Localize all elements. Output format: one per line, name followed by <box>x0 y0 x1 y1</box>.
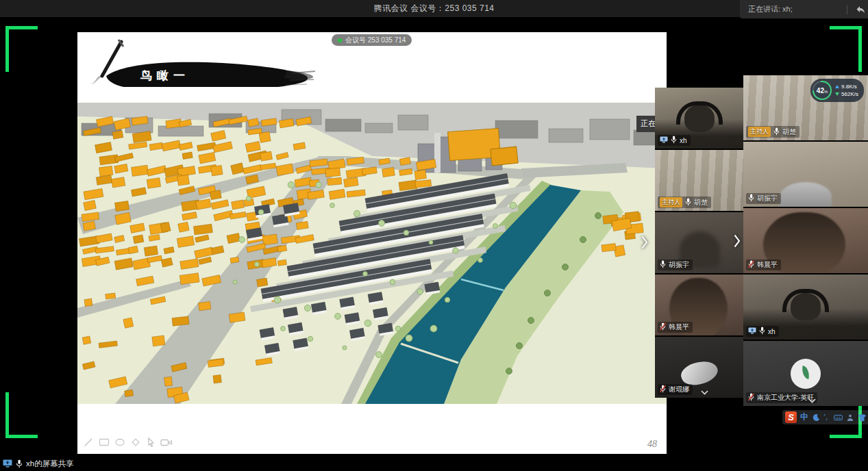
participant-name: 胡楚 <box>782 127 796 137</box>
video-tile[interactable]: 韩晨平 <box>743 208 868 273</box>
participant-name: 胡振宇 <box>669 260 689 270</box>
moon-icon[interactable] <box>812 413 820 422</box>
green-dot-icon <box>338 38 342 42</box>
punctuation-icon[interactable]: ’, <box>823 413 830 422</box>
participant-label: 谢琨娜 <box>658 384 693 395</box>
video-tile[interactable]: 韩晨平 <box>655 275 743 335</box>
recording-corner-bracket <box>5 392 38 438</box>
video-tile[interactable]: 主持人 胡楚 <box>655 150 743 211</box>
skin-tshirt-icon[interactable] <box>858 413 867 422</box>
mic-icon <box>759 327 765 336</box>
divider <box>847 5 847 14</box>
shared-screen: 会议号 253 035 714 鸟瞰一 48 <box>77 32 667 454</box>
mic-icon <box>748 194 754 203</box>
upload-rate: 9.8K/s <box>841 84 857 90</box>
mic-icon <box>660 260 666 270</box>
meeting-id-badge: 会议号 253 035 714 <box>332 34 412 46</box>
recording-corner-bracket <box>830 26 862 72</box>
participant-name: 韩晨平 <box>757 260 778 270</box>
participant-name: 南京工业大学-英旺 <box>757 393 814 403</box>
eraser-icon[interactable] <box>130 437 141 447</box>
window-title: 腾讯会议 会议号：253 035 714 <box>373 3 494 14</box>
host-badge: 主持人 <box>748 127 771 137</box>
signal-gauge: 42% <box>812 80 832 101</box>
participant-label: 韩晨平 <box>658 322 693 333</box>
svg-text:’,: ’, <box>823 413 828 421</box>
keyboard-icon[interactable] <box>834 413 843 422</box>
participant-label: 韩晨平 <box>746 259 781 270</box>
recording-corner-bracket <box>5 26 38 72</box>
participant-name: 谢琨娜 <box>669 385 689 394</box>
video-tile[interactable]: 谢琨娜 <box>655 337 743 398</box>
cursor-icon[interactable] <box>146 437 156 447</box>
chinese-mode-icon[interactable]: 中 <box>800 411 808 423</box>
slide-title: 鸟瞰一 <box>140 68 190 82</box>
share-banner-text: xh的屏幕共享 <box>26 459 74 469</box>
pen-icon[interactable] <box>83 437 94 447</box>
annotation-toolbar <box>83 437 173 447</box>
ink-stroke <box>106 62 315 87</box>
video-tile[interactable]: 南京工业大学-英旺 <box>743 341 868 406</box>
participant-name: 韩晨平 <box>669 322 689 332</box>
video-panel-shared: xh主持人 胡楚 胡振宇 韩晨平 谢琨娜 <box>655 88 743 398</box>
participant-name: 胡振宇 <box>757 194 778 203</box>
screen-share-banner: xh的屏幕共享 <box>3 457 74 470</box>
ellipse-icon[interactable] <box>114 437 125 447</box>
video-tile[interactable]: xh <box>655 88 743 149</box>
network-stats: 42% 9.8K/s 562K/s <box>810 79 864 102</box>
mic-icon <box>685 198 691 207</box>
person-icon[interactable] <box>846 413 854 422</box>
chevron-right-icon[interactable] <box>641 236 648 249</box>
host-badge: 主持人 <box>660 197 682 207</box>
participant-name: xh <box>680 137 687 144</box>
collapse-arrow-icon[interactable] <box>853 5 868 14</box>
participant-label: 主持人 胡楚 <box>746 126 799 138</box>
sogou-logo-icon[interactable]: S <box>785 411 797 423</box>
mic-icon <box>16 459 23 468</box>
screen-share-icon <box>660 136 668 144</box>
chevron-right-icon[interactable] <box>734 234 741 248</box>
participant-label: xh <box>658 135 691 146</box>
download-arrow-icon <box>835 92 839 96</box>
calligraphy-header: 鸟瞰一 <box>83 38 316 87</box>
chevron-down-icon[interactable] <box>808 398 816 403</box>
participant-name: 胡楚 <box>694 198 708 207</box>
upload-arrow-icon <box>835 85 839 88</box>
participant-label: 胡振宇 <box>658 259 693 270</box>
participant-label: xh <box>746 326 779 337</box>
meeting-id-text: 会议号 253 035 714 <box>345 36 406 45</box>
participant-label: 胡振宇 <box>746 193 781 204</box>
video-tile[interactable]: xh <box>743 275 868 340</box>
frame-icon[interactable] <box>99 437 110 447</box>
input-method-toolbar: S 中 ’, <box>782 410 868 424</box>
mic-muted-icon <box>660 322 666 332</box>
camera-icon[interactable] <box>160 437 173 447</box>
mic-muted-icon <box>748 393 754 403</box>
download-rate: 562K/s <box>841 91 858 97</box>
mic-muted-icon <box>660 385 666 394</box>
mic-muted-icon <box>748 260 754 270</box>
page-number: 48 <box>647 439 657 450</box>
participant-name: xh <box>768 328 776 335</box>
chevron-down-icon[interactable] <box>701 390 708 395</box>
mic-icon <box>773 127 780 137</box>
video-panel-local: 42% 9.8K/s 562K/s 主持人 胡楚 胡振宇 韩晨平 xh 南京工业… <box>743 75 868 406</box>
participant-label: 主持人 胡楚 <box>658 196 711 208</box>
speaking-text: 正在讲话: xh; <box>740 4 847 14</box>
video-tile[interactable]: 胡振宇 <box>655 212 743 273</box>
screen-share-icon <box>748 327 756 335</box>
window-titlebar[interactable]: 腾讯会议 会议号：253 035 714 <box>0 0 868 17</box>
mic-icon <box>671 136 677 145</box>
3d-city-model <box>77 103 667 404</box>
video-tile[interactable]: 胡振宇 <box>743 142 868 207</box>
participant-label: 南京工业大学-英旺 <box>746 392 817 403</box>
speaking-banner: 正在讲话: xh; <box>740 0 868 18</box>
screen-share-icon <box>3 459 12 468</box>
video-tile[interactable]: 42% 9.8K/s 562K/s 主持人 胡楚 <box>743 75 868 140</box>
